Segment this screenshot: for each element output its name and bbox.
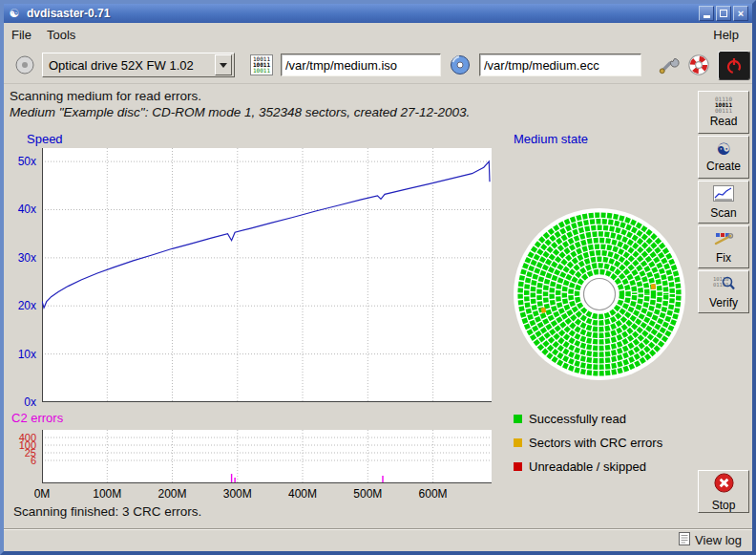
drive-select[interactable]: Optical drive 52X FW 1.02 <box>42 53 235 77</box>
app-window: ☯ dvdisaster-0.71 × File Tools Help Opti… <box>0 0 756 555</box>
read-button[interactable]: 011101001100111 Read <box>698 91 749 134</box>
speed-ytick: 30x <box>4 251 36 265</box>
speed-ytick: 50x <box>4 155 36 168</box>
status-line-2: Medium "Example disc": CD-ROM mode 1, 35… <box>10 105 470 119</box>
menubar: File Tools Help <box>4 23 752 46</box>
c2-plot <box>42 430 492 483</box>
scan-result-status: Scanning finished: 3 CRC errors. <box>13 504 201 519</box>
legend-label: Unreadable / skipped <box>529 459 646 474</box>
log-page-icon <box>679 532 690 548</box>
chart-xtick: 500M <box>346 487 388 501</box>
speed-chart-title: Speed <box>27 132 63 146</box>
chart-xtick: 300M <box>217 487 259 501</box>
verify-icon: 10110 01101 <box>712 275 735 295</box>
legend-label: Successfully read <box>529 412 626 426</box>
chart-xtick: 100M <box>86 487 128 501</box>
scan-button[interactable]: Scan <box>698 181 749 224</box>
speed-plot <box>42 148 492 402</box>
minimize-button[interactable] <box>699 6 714 21</box>
power-quit-icon[interactable] <box>718 51 750 80</box>
view-log-button[interactable]: View log <box>676 532 745 548</box>
action-sidebar: 011101001100111 Read ☯ Create Scan Fix 1… <box>695 84 752 528</box>
main-area: Scanning medium for read errors. Medium … <box>4 84 695 528</box>
fix-button[interactable]: Fix <box>698 225 749 268</box>
chart-xtick: 600M <box>412 487 454 501</box>
lifebuoy-disc-icon[interactable] <box>685 52 712 78</box>
maximize-button[interactable] <box>716 6 731 21</box>
fix-tools-icon <box>713 230 734 250</box>
bottom-bar: View log <box>4 528 752 551</box>
c2-ytick: 6 <box>4 455 36 466</box>
titlebar[interactable]: ☯ dvdisaster-0.71 × <box>4 4 752 23</box>
menu-file[interactable]: File <box>4 26 39 44</box>
stop-button[interactable]: Stop <box>698 470 749 513</box>
chart-xtick: 400M <box>282 487 324 501</box>
menu-help[interactable]: Help <box>705 26 746 44</box>
legend-swatch <box>514 438 522 447</box>
legend-swatch <box>514 415 522 423</box>
create-button[interactable]: ☯ Create <box>698 136 749 179</box>
toolbar: Optical drive 52X FW 1.02 10011 10011 10… <box>4 46 752 84</box>
chart-xtick: 200M <box>152 487 194 501</box>
iso-file-icon: 10011 10011 10011 <box>250 54 273 75</box>
legend-swatch <box>514 462 522 471</box>
close-button[interactable]: × <box>733 6 748 21</box>
window-title: dvdisaster-0.71 <box>27 7 110 20</box>
view-log-label: View log <box>695 533 742 547</box>
legend-label: Sectors with CRC errors <box>529 436 662 450</box>
legend-item-crc: Sectors with CRC errors <box>514 436 662 449</box>
preferences-wrench-icon[interactable] <box>655 52 682 78</box>
chart-xtick: 0M <box>21 487 63 501</box>
read-icon: 011101001100111 <box>715 96 732 114</box>
menu-tools[interactable]: Tools <box>39 26 83 44</box>
speed-ytick: 0x <box>4 395 36 409</box>
drive-icon[interactable] <box>13 53 36 76</box>
speed-ytick: 40x <box>4 203 36 216</box>
minimize-icon <box>704 15 710 18</box>
app-icon[interactable]: ☯ <box>8 7 21 20</box>
scan-icon <box>713 185 734 205</box>
verify-button[interactable]: 10110 01101 Verify <box>698 270 749 313</box>
medium-state-disc <box>511 205 688 383</box>
legend-item-good: Successfully read <box>514 412 626 425</box>
stop-icon <box>713 472 735 498</box>
ecc-file-icon <box>449 53 472 76</box>
medium-state-title: Medium state <box>514 132 588 146</box>
legend-item-bad: Unreadable / skipped <box>514 459 646 473</box>
drive-select-value: Optical drive 52X FW 1.02 <box>43 58 194 73</box>
speed-ytick: 20x <box>4 299 36 312</box>
speed-ytick: 10x <box>4 348 36 361</box>
status-line-1: Scanning medium for read errors. <box>10 89 201 103</box>
c2-chart-title: C2 errors <box>11 411 63 425</box>
maximize-icon <box>720 10 727 17</box>
chevron-down-icon <box>215 54 232 75</box>
iso-path-input[interactable] <box>281 53 441 76</box>
ecc-path-input[interactable] <box>479 53 641 76</box>
create-yinyang-icon: ☯ <box>716 141 730 159</box>
